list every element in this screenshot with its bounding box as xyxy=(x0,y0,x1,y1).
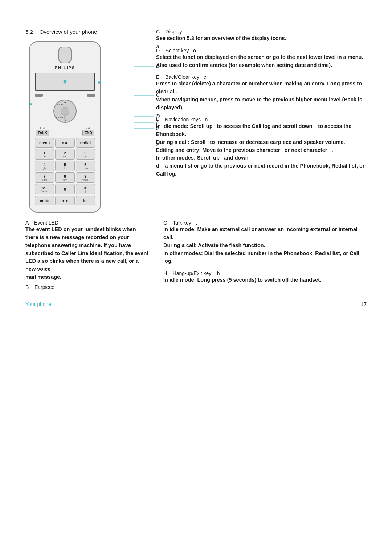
section-title: Overview of your phone xyxy=(40,29,97,35)
key-4: 4ghi xyxy=(35,161,54,171)
entry-F: F Navigation keys n In idle mode: Scroll… xyxy=(156,117,367,178)
svg-text:F: F xyxy=(156,125,159,131)
key-star: *o~format xyxy=(35,184,54,194)
phbook-label: Ph.Book xyxy=(56,116,65,119)
talk-btn: flash TALK xyxy=(36,126,49,136)
key-redial: redial xyxy=(76,138,95,148)
earpiece xyxy=(58,47,72,63)
nav-down: ▼ xyxy=(64,118,67,122)
footer: Your phone 17 xyxy=(25,290,367,307)
phone-body: PHILIPS xyxy=(29,41,101,213)
key-5: 5jkl xyxy=(55,161,74,171)
key-3: 3def xyxy=(76,149,95,160)
entry-H: H Hang-up/Exit key h In idle mode: Long … xyxy=(163,270,367,284)
svg-text:G: G xyxy=(156,131,160,137)
entry-G-bold: In idle mode: Make an external call or a… xyxy=(163,226,367,265)
main-content: 5.2 Overview of your phone PHILIPS xyxy=(25,29,367,213)
earpiece-area xyxy=(35,47,95,63)
phone-graphic: PHILIPS xyxy=(29,41,134,213)
entry-E-label: E Back/Clear key c xyxy=(156,74,367,80)
nav-cross: ▲ ▼ call ID Ph.Book xyxy=(50,98,80,124)
key-6: 6mno xyxy=(76,161,95,171)
entry-D-bold: Select the function displayed on the scr… xyxy=(156,53,367,69)
key-9: 9wxyz xyxy=(76,172,95,183)
left-column: 5.2 Overview of your phone PHILIPS xyxy=(25,29,149,213)
entry-B-label: B Earpiece xyxy=(25,284,149,290)
line-a-dot xyxy=(100,47,101,47)
connector-lines-svg: A B C D E xyxy=(134,41,166,238)
svg-text:E: E xyxy=(156,120,159,125)
entry-C: C Display See section 5.3 for an overvie… xyxy=(156,29,367,43)
top-keyrow: menu •◄ redial xyxy=(35,138,95,148)
top-divider xyxy=(25,22,367,22)
talk-end-row: flash TALK exit END xyxy=(35,126,95,136)
key-mute: mute xyxy=(35,196,54,205)
entry-C-label: C Display xyxy=(156,29,367,35)
svg-text:H: H xyxy=(156,142,160,148)
entry-G: G Talk key t In idle mode: Make an exter… xyxy=(163,220,367,265)
bottom-section: A Event LED The event LED on your handse… xyxy=(25,220,367,290)
key-hash: #‡ xyxy=(76,184,95,194)
key-volume: •◄ xyxy=(55,138,74,148)
section-header: 5.2 Overview of your phone xyxy=(25,29,149,35)
entry-H-label: H Hang-up/Exit key h xyxy=(163,270,367,276)
line-c-dot xyxy=(100,81,101,82)
phone-keypad: 1✉ 2abc 3def 4ghi 5jkl xyxy=(35,149,95,194)
entry-H-bold: In idle mode: Long press (5 seconds) to … xyxy=(163,276,367,284)
bottom-right: G Talk key t In idle mode: Make an exter… xyxy=(156,220,367,290)
brand-name: PHILIPS xyxy=(35,65,95,70)
key-2: 2abc xyxy=(55,149,74,160)
right-column: C Display See section 5.3 for an overvie… xyxy=(149,29,367,213)
svg-text:A: A xyxy=(156,44,159,49)
svg-text:D: D xyxy=(156,114,160,119)
nav-up: ▲ xyxy=(64,100,67,104)
page-container: 5.2 Overview of your phone PHILIPS xyxy=(0,0,392,329)
entry-A: A Event LED The event LED on your handse… xyxy=(25,220,149,281)
key-8: 8tuv xyxy=(55,172,74,183)
dot-d-left xyxy=(30,103,32,105)
entry-D-label: D Select key o xyxy=(156,48,367,53)
entry-G-label: G Talk key t xyxy=(163,220,367,226)
left-select-key xyxy=(35,94,43,97)
key-cid: ◄► xyxy=(55,196,74,205)
callid-label: call ID xyxy=(56,103,63,106)
entry-E-bold: Press to clear (delete) a character or n… xyxy=(156,80,367,112)
entry-A-bold: The event LED on your handset blinks whe… xyxy=(25,226,149,281)
key-1: 1✉ xyxy=(35,149,54,160)
dot-c xyxy=(98,81,100,84)
key-menu: menu xyxy=(35,138,54,148)
footer-left: Your phone xyxy=(25,301,51,307)
entry-C-bold: See section 5.3 for an overview of the d… xyxy=(156,35,367,43)
key-int: int xyxy=(76,196,95,205)
select-row xyxy=(35,94,95,97)
screen-indicator xyxy=(64,80,67,84)
bottom-keyrow: mute ◄► int xyxy=(35,196,95,205)
key-0: 0 xyxy=(55,184,74,194)
right-select-key xyxy=(87,94,95,97)
footer-right: 17 xyxy=(360,301,367,307)
end-btn: exit END xyxy=(82,126,94,136)
bottom-left: A Event LED The event LED on your handse… xyxy=(25,220,149,290)
nav-center xyxy=(61,107,69,116)
svg-text:C: C xyxy=(156,92,160,98)
entry-E: E Back/Clear key c Press to clear (delet… xyxy=(156,74,367,112)
key-7: 7pqrs xyxy=(35,172,54,183)
nav-cross-area: ▲ ▼ call ID Ph.Book xyxy=(35,98,95,124)
section-number: 5.2 xyxy=(25,29,33,35)
entry-A-label: A Event LED xyxy=(25,220,149,226)
entry-B: B Earpiece xyxy=(25,284,149,290)
entry-D: D Select key o Select the function displ… xyxy=(156,48,367,69)
phone-screen xyxy=(35,73,95,91)
entry-F-label: F Navigation keys n xyxy=(156,117,367,122)
entry-F-bold: In idle mode: Scroll up to access the Ca… xyxy=(156,122,367,178)
svg-text:B: B xyxy=(156,63,159,69)
